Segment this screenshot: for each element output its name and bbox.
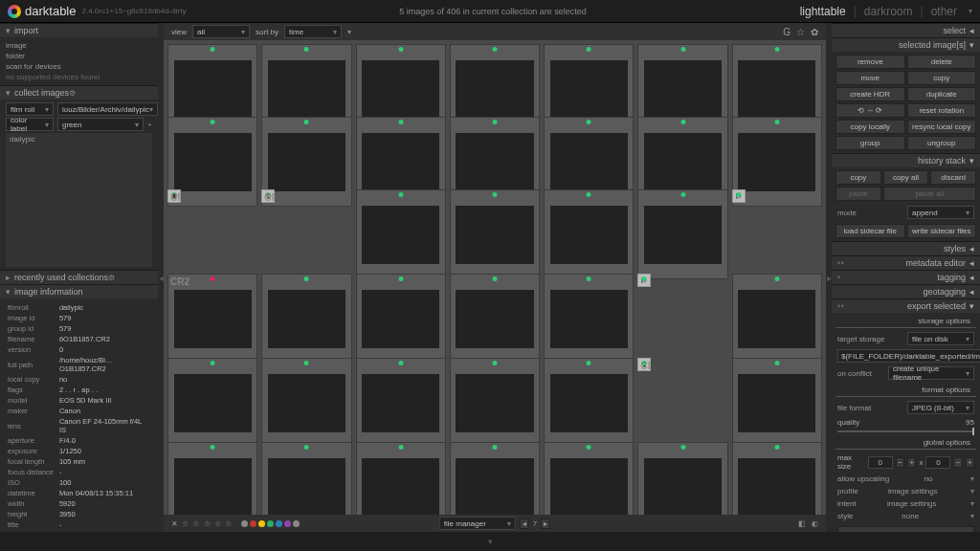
thumbnail[interactable]	[167, 117, 257, 207]
style-select[interactable]: none	[902, 512, 919, 520]
h-inc-button[interactable]: +	[966, 457, 974, 468]
sort-dir-icon[interactable]: ▾	[347, 28, 351, 36]
thumbnail[interactable]	[450, 358, 540, 448]
hist-discard-button[interactable]: discard	[930, 170, 976, 185]
thumbnail-selected[interactable]	[637, 358, 651, 371]
thumbnail-selected[interactable]: ⊘	[167, 189, 181, 203]
hist-pasteall-button[interactable]: paste all	[883, 187, 976, 201]
conflict-select[interactable]: create unique filename	[888, 366, 974, 380]
quality-slider[interactable]	[837, 430, 974, 432]
layout-select[interactable]: file manager	[439, 517, 516, 530]
profile-select[interactable]: image settings	[888, 487, 938, 496]
thumbnail[interactable]	[637, 189, 727, 279]
maxsize-width-input[interactable]: 0	[868, 456, 893, 469]
thumbnail[interactable]	[167, 442, 257, 515]
imageinfo-header[interactable]: ▾image information	[0, 284, 158, 298]
thumbnail[interactable]	[544, 442, 634, 515]
thumbnail-selected[interactable]	[637, 274, 651, 287]
thumbnail[interactable]	[544, 358, 634, 448]
import-scan[interactable]: scan for devices	[6, 61, 152, 72]
thumbnail[interactable]	[356, 442, 446, 515]
w-dec-button[interactable]: −	[896, 457, 904, 468]
mode-lighttable[interactable]: lighttable	[800, 5, 846, 18]
export-button[interactable]: export	[837, 526, 974, 532]
thumbnail[interactable]	[544, 189, 634, 279]
upscale-select[interactable]: no	[924, 474, 933, 483]
thumbnail[interactable]	[544, 274, 634, 364]
view-select[interactable]: all	[192, 25, 250, 38]
select-header[interactable]: select◂	[832, 23, 980, 37]
collect-list-item[interactable]: dailypic	[10, 135, 148, 143]
sort-select[interactable]: time	[284, 25, 342, 38]
move-button[interactable]: move	[835, 71, 905, 85]
copy-locally-button[interactable]: copy locally	[835, 120, 905, 134]
zoom-in-button[interactable]: ▸	[541, 518, 550, 529]
thumbnail-selected[interactable]	[732, 189, 746, 203]
thumbnail[interactable]	[261, 442, 351, 515]
mode-more-icon[interactable]: ▾	[969, 7, 972, 15]
thumbnail-grid[interactable]: ⊘ ✕★★☆☆☆⊘	[164, 40, 826, 515]
thumbnail[interactable]	[732, 274, 822, 364]
collect-rule1-val[interactable]: iouz/Bilder/Archiv/dailypic	[57, 102, 158, 116]
maxsize-height-input[interactable]: 0	[925, 456, 950, 469]
hist-copy-button[interactable]: copy	[835, 170, 881, 185]
tagging-header[interactable]: •tagging◂	[832, 270, 980, 284]
overlay-toggle-icon[interactable]: ◧	[798, 519, 806, 528]
rotate-button[interactable]: ⟲ ↔ ⟳	[835, 103, 905, 118]
export-header[interactable]: • •export selected▾	[832, 298, 980, 313]
mode-darkroom[interactable]: darkroom	[864, 5, 913, 18]
reject-icon[interactable]: ✕	[264, 191, 271, 200]
gear-icon[interactable]	[108, 273, 115, 282]
selected-images-header[interactable]: selected image[s]▾	[832, 37, 980, 52]
thumbnail[interactable]	[167, 274, 257, 364]
resync-button[interactable]: resync local copy	[907, 120, 977, 134]
zoom-out-button[interactable]: ◂	[520, 518, 529, 529]
file-format-select[interactable]: JPEG (8-bit)	[907, 401, 974, 414]
ungroup-button[interactable]: ungroup	[907, 136, 977, 150]
collect-header[interactable]: ▾collect images	[0, 85, 158, 99]
group-icon[interactable]: G	[783, 27, 791, 37]
color-label-filter[interactable]	[240, 519, 301, 528]
rating-stars[interactable]: ★★☆☆☆	[266, 192, 275, 200]
geotagging-header[interactable]: geotagging◂	[832, 284, 980, 298]
create-hdr-button[interactable]: create HDR	[835, 87, 905, 101]
thumbnail[interactable]	[356, 189, 446, 279]
h-dec-button[interactable]: −	[953, 457, 962, 468]
styles-header[interactable]: styles◂	[832, 241, 980, 255]
group-button[interactable]: group	[835, 136, 905, 150]
thumbnail[interactable]	[732, 117, 822, 207]
thumbnail[interactable]	[450, 189, 540, 279]
thumbnail[interactable]	[637, 442, 727, 515]
thumbnail[interactable]	[450, 274, 540, 364]
filmstrip-handle[interactable]: ▾	[0, 532, 980, 551]
import-folder[interactable]: folder	[6, 51, 152, 61]
recent-header[interactable]: ▸recently used collections	[0, 270, 158, 284]
export-path-input[interactable]: $(FILE_FOLDER)/darktable_exported/img_	[837, 349, 980, 363]
import-header[interactable]: ▾import	[0, 23, 158, 37]
duplicate-button[interactable]: duplicate	[907, 87, 977, 101]
hist-copyall-button[interactable]: copy all	[883, 170, 929, 185]
load-sidecar-button[interactable]: load sidecar file	[835, 224, 905, 238]
thumbnail-selected[interactable]: ✕★★☆☆☆⊘	[261, 189, 275, 203]
hist-paste-button[interactable]: paste	[835, 187, 881, 201]
remove-button[interactable]: remove	[835, 55, 905, 69]
write-sidecar-button[interactable]: write sidecar files	[907, 224, 977, 238]
collect-rule1-type[interactable]: film roll	[6, 102, 54, 116]
collect-rule2-val[interactable]: green	[57, 118, 144, 131]
intent-select[interactable]: image settings	[887, 499, 937, 508]
history-header[interactable]: history stack▾	[832, 153, 980, 167]
thumbnail[interactable]	[261, 358, 351, 448]
thumbnail[interactable]	[356, 358, 446, 448]
delete-button[interactable]: delete	[907, 55, 977, 69]
w-inc-button[interactable]: +	[907, 457, 916, 468]
thumbnail[interactable]	[261, 274, 351, 364]
hist-mode-select[interactable]: append	[907, 206, 974, 219]
settings-icon[interactable]: ✿	[811, 27, 818, 37]
thumbnail[interactable]	[356, 274, 446, 364]
target-storage-select[interactable]: file on disk	[907, 332, 974, 345]
gear-icon[interactable]	[69, 88, 76, 98]
thumbnail[interactable]	[450, 442, 540, 515]
thumbnail[interactable]	[167, 358, 257, 448]
thumbnail[interactable]	[261, 117, 351, 207]
display-profile-icon[interactable]: ◐	[812, 519, 818, 528]
